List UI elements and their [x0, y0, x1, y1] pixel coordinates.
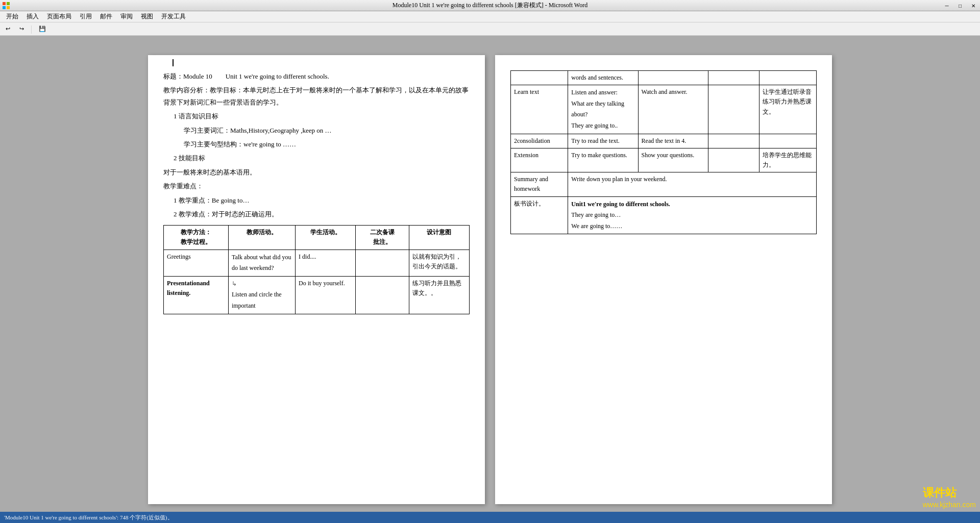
right-cell-summary-content: Write down you plan in your weekend. — [568, 172, 817, 196]
menu-references[interactable]: 引用 — [76, 11, 96, 22]
table-cell-greetings: Greetings — [164, 250, 229, 276]
goal2-text: 对于一般将来时态的基本语用。 — [163, 166, 470, 178]
right-cell-learn-student: Watch and answer. — [638, 85, 708, 134]
goal2-label: 2 技能目标 — [163, 152, 470, 164]
table-cell-student-1: I did.... — [296, 250, 356, 276]
content-area: 标题：Module 10 Unit 1 we're going to diffe… — [0, 50, 980, 512]
page-right: words and sentences. Learn text Listen a… — [495, 55, 832, 504]
right-cell-consol-teacher: Try to read the text. — [568, 134, 638, 148]
right-cell-empty-3 — [708, 71, 759, 85]
menu-view[interactable]: 视图 — [137, 11, 157, 22]
win-icon — [2, 2, 10, 10]
goal1-structure: 学习主要句型结构：we're going to …… — [163, 138, 470, 150]
right-cell-empty-2 — [638, 71, 708, 85]
right-cell-ext-rev — [708, 148, 759, 172]
maximize-button[interactable]: □ — [953, 0, 967, 11]
teaching-table: 教学方法： 教学过程。 教师活动。 学生活动。 二次备课批注。 设计意图 Gre… — [163, 225, 470, 314]
menu-bar: 开始 插入 页面布局 引用 邮件 审阅 视图 开发工具 — [0, 11, 980, 22]
goal1-label: 1 语言知识目标 — [163, 110, 470, 122]
menu-developer[interactable]: 开发工具 — [157, 11, 190, 22]
right-cell-ext-student: Show your questions. — [638, 148, 708, 172]
menu-insert[interactable]: 插入 — [22, 11, 43, 22]
window-title: Module10 Unit 1 we're going to different… — [393, 1, 587, 10]
right-cell-learn-design: 让学生通过听录音练习听力并熟悉课文。 — [759, 85, 816, 134]
watermark-line2: www.kjzhan.com — [923, 501, 976, 509]
status-text: 'Module10 Unit 1 we're going to differen… — [4, 514, 173, 521]
table-header-design: 设计意图 — [409, 226, 469, 250]
table-header-process: 教学过程。 — [181, 238, 211, 245]
watermark-line1: 课件站 — [923, 485, 976, 501]
title-bar: Module10 Unit 1 we're going to different… — [0, 0, 980, 11]
menu-start[interactable]: 开始 — [2, 11, 22, 22]
right-cell-consol-design — [759, 134, 816, 148]
svg-rect-2 — [3, 6, 6, 9]
table-header-revision: 二次备课批注。 — [356, 226, 409, 250]
right-cell-empty-4 — [759, 71, 816, 85]
menu-mail[interactable]: 邮件 — [96, 11, 116, 22]
toolbar-save[interactable]: 💾 — [35, 24, 50, 34]
page-left: 标题：Module 10 Unit 1 we're going to diffe… — [148, 55, 485, 504]
table-cell-teacher-1: Talk about what did you do last weekend? — [228, 250, 295, 276]
key-points-label: 教学重难点： — [163, 180, 470, 192]
right-cell-ext-label: Extension — [511, 148, 568, 172]
right-cell-consol-rev — [708, 134, 759, 148]
minimize-button[interactable]: ─ — [940, 0, 953, 11]
menu-review[interactable]: 审阅 — [116, 11, 137, 22]
table-cell-student-2: Do it buy yourself. — [296, 276, 356, 314]
table-cell-presentation: Presentationand listening. — [164, 276, 229, 314]
toolbar: ↩ ↪ | 💾 — [0, 22, 980, 36]
svg-rect-3 — [7, 6, 10, 9]
svg-rect-0 — [3, 2, 6, 5]
svg-rect-1 — [7, 2, 10, 5]
close-button[interactable]: ✕ — [967, 0, 980, 11]
toolbar-undo[interactable]: ↩ — [2, 24, 14, 34]
right-cell-learn-rev — [708, 85, 759, 134]
status-bar: 'Module10 Unit 1 we're going to differen… — [0, 512, 980, 523]
watermark: 课件站 www.kjzhan.com — [923, 485, 976, 509]
table-cell-design-2: 练习听力并且熟悉课文。。 — [409, 276, 469, 314]
table-cell-teacher-2: ↳ Listen and circle the important — [228, 276, 295, 314]
right-cell-words: words and sentences. — [568, 71, 638, 85]
right-cell-ext-design: 培养学生的思维能力。 — [759, 148, 816, 172]
goal1-vocab: 学习主要词汇：Maths,History,Geography ,keep on … — [163, 124, 470, 136]
right-cell-empty-1 — [511, 71, 568, 85]
table-cell-rev-2 — [356, 276, 409, 314]
table-header-method: 教学方法： — [181, 229, 211, 236]
window-controls[interactable]: ─ □ ✕ — [940, 0, 980, 11]
table-header-student: 学生活动。 — [296, 226, 356, 250]
right-cell-board-label: 板书设计。 — [511, 196, 568, 234]
right-cell-consol-student: Read the text in 4. — [638, 134, 708, 148]
right-table: words and sentences. Learn text Listen a… — [510, 70, 817, 234]
key1-label: 1 教学重点：Be going to… — [163, 194, 470, 206]
section1: 教学内容分析：教学目标：本单元时态上在于对一般将来时的一个基本了解和学习，以及在… — [163, 84, 470, 108]
menu-layout[interactable]: 页面布局 — [43, 11, 76, 22]
right-cell-ext-teacher: Try to make questions. — [568, 148, 638, 172]
right-cell-board-content: Unit1 we're going to different schools. … — [568, 196, 817, 234]
right-cell-learn-label: Learn text — [511, 85, 568, 134]
table-header-teacher: 教师活动。 — [228, 226, 295, 250]
table-cell-design-1: 以就有知识为引，引出今天的话题。 — [409, 250, 469, 276]
right-cell-summary-label: Summary and homework — [511, 172, 568, 196]
table-cell-rev-1 — [356, 250, 409, 276]
page-title: 标题：Module 10 Unit 1 we're going to diffe… — [163, 70, 470, 82]
right-cell-consol-label: 2consolidation — [511, 134, 568, 148]
toolbar-redo[interactable]: ↪ — [16, 24, 28, 34]
key2-label: 2 教学难点：对于时态的正确运用。 — [163, 208, 470, 220]
right-cell-learn-teacher: Listen and answer: What are they talking… — [568, 85, 638, 134]
